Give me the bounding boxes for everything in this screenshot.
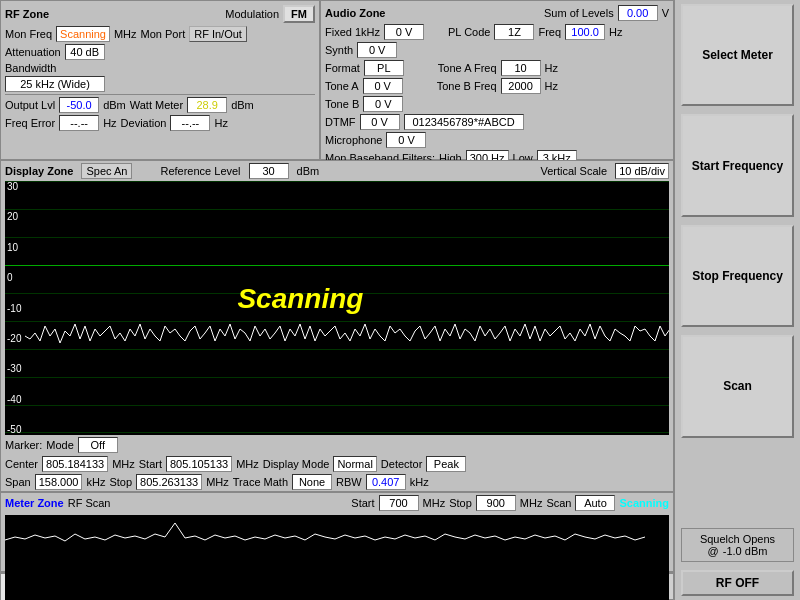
- freq-value: 100.0: [565, 24, 605, 40]
- y-label-10: 10: [7, 242, 21, 253]
- audio-zone-title: Audio Zone: [325, 7, 386, 19]
- start-value[interactable]: 805.105133: [166, 456, 232, 472]
- trace-math-value[interactable]: None: [292, 474, 332, 490]
- span-label: Span: [5, 476, 31, 488]
- mon-freq-value: Scanning: [56, 26, 110, 42]
- trace-math-label: Trace Math: [233, 476, 288, 488]
- detector-label: Detector: [381, 458, 423, 470]
- modulation-fm-button[interactable]: FM: [283, 5, 315, 23]
- freq-hz: Hz: [609, 26, 622, 38]
- y-label-n30: -30: [7, 363, 21, 374]
- pl-code-label: PL Code: [448, 26, 490, 38]
- sum-v-label: V: [662, 7, 669, 19]
- rbw-value[interactable]: 0.407: [366, 474, 406, 490]
- y-label-30: 30: [7, 181, 21, 192]
- dtmf-label: DTMF: [325, 116, 356, 128]
- tone-a-hz: Hz: [545, 62, 558, 74]
- mon-freq-label: Mon Freq: [5, 28, 52, 40]
- watt-meter-value: 28.9: [187, 97, 227, 113]
- hz-label2: Hz: [214, 117, 227, 129]
- attenuation-value: 40 dB: [65, 44, 105, 60]
- rf-inout-button[interactable]: RF In/Out: [189, 26, 247, 42]
- stop-value[interactable]: 805.263133: [136, 474, 202, 490]
- y-label-n20: -20: [7, 333, 21, 344]
- freq-error-label: Freq Error: [5, 117, 55, 129]
- y-label-n10: -10: [7, 303, 21, 314]
- y-label-20: 20: [7, 211, 21, 222]
- span-khz: kHz: [86, 476, 105, 488]
- sum-of-levels-label: Sum of Levels: [544, 7, 614, 19]
- rf-zone-title: RF Zone: [5, 8, 49, 20]
- dbm-label1: dBm: [103, 99, 126, 111]
- meter-start-mhz: MHz: [423, 497, 446, 509]
- ref-level-value[interactable]: 30: [249, 163, 289, 179]
- tone-b-value: 0 V: [363, 96, 403, 112]
- mhz-label: MHz: [114, 28, 137, 40]
- meter-stop-label: Stop: [449, 497, 472, 509]
- ref-level-label: Reference Level: [160, 165, 240, 177]
- y-label-0: 0: [7, 272, 21, 283]
- hz-label1: Hz: [103, 117, 116, 129]
- mode-label: Mode: [46, 439, 74, 451]
- rbw-label: RBW: [336, 476, 362, 488]
- spectrum-graph: [25, 181, 669, 435]
- output-lvl-label: Output Lvl: [5, 99, 55, 111]
- watt-meter-label: Watt Meter: [130, 99, 183, 111]
- vert-scale-value[interactable]: 10 dB/div: [615, 163, 669, 179]
- stop-frequency-button[interactable]: Stop Frequency: [681, 225, 794, 327]
- y-label-n50: -50: [7, 424, 21, 435]
- detector-value[interactable]: Peak: [426, 456, 466, 472]
- sum-of-levels-value: 0.00: [618, 5, 658, 21]
- start-frequency-button[interactable]: Start Frequency: [681, 114, 794, 216]
- center-value[interactable]: 805.184133: [42, 456, 108, 472]
- microphone-label: Microphone: [325, 134, 382, 146]
- dtmf-code: 0123456789*#ABCD: [404, 114, 524, 130]
- mon-port-label: Mon Port: [141, 28, 186, 40]
- meter-start-value[interactable]: 700: [379, 495, 419, 511]
- bandwidth-label: Bandwidth: [5, 62, 56, 74]
- meter-display: [5, 515, 669, 600]
- rf-scan-label: RF Scan: [68, 497, 111, 509]
- start-label: Start: [139, 458, 162, 470]
- format-label: Format: [325, 62, 360, 74]
- rf-off-button[interactable]: RF OFF: [681, 570, 794, 596]
- squelch-box: Squelch Opens @ -1.0 dBm: [681, 528, 794, 562]
- marker-label: Marker:: [5, 439, 42, 451]
- tone-b-freq-value: 2000: [501, 78, 541, 94]
- stop-label: Stop: [109, 476, 132, 488]
- freq-label: Freq: [538, 26, 561, 38]
- attenuation-label: Attenuation: [5, 46, 61, 58]
- output-lvl-value[interactable]: -50.0: [59, 97, 99, 113]
- format-value: PL: [364, 60, 404, 76]
- rbw-khz: kHz: [410, 476, 429, 488]
- fixed-1khz-value: 0 V: [384, 24, 424, 40]
- meter-zone-title: Meter Zone: [5, 497, 64, 509]
- scan-value[interactable]: Auto: [575, 495, 615, 511]
- meter-stop-mhz: MHz: [520, 497, 543, 509]
- select-meter-button[interactable]: Select Meter: [681, 4, 794, 106]
- bandwidth-value: 25 kHz (Wide): [5, 76, 105, 92]
- spec-an-button[interactable]: Spec An: [81, 163, 132, 179]
- scan-button[interactable]: Scan: [681, 335, 794, 437]
- tone-a-label: Tone A: [325, 80, 359, 92]
- ref-dbm-label: dBm: [297, 165, 320, 177]
- tone-a-freq-value: 10: [501, 60, 541, 76]
- y-label-n40: -40: [7, 394, 21, 405]
- tone-b-hz: Hz: [545, 80, 558, 92]
- synth-label: Synth: [325, 44, 353, 56]
- meter-scanning-label: Scanning: [619, 497, 669, 509]
- meter-stop-value[interactable]: 900: [476, 495, 516, 511]
- display-mode-value[interactable]: Normal: [333, 456, 376, 472]
- mode-value[interactable]: Off: [78, 437, 118, 453]
- squelch-value: -1.0 dBm: [723, 545, 768, 557]
- meter-start-label: Start: [351, 497, 374, 509]
- tone-a-value: 0 V: [363, 78, 403, 94]
- microphone-value: 0 V: [386, 132, 426, 148]
- start-mhz: MHz: [236, 458, 259, 470]
- scan-label: Scan: [546, 497, 571, 509]
- deviation-value: --.--: [170, 115, 210, 131]
- vert-scale-label: Vertical Scale: [540, 165, 607, 177]
- span-value[interactable]: 158.000: [35, 474, 83, 490]
- pl-code-value: 1Z: [494, 24, 534, 40]
- tone-b-freq-label: Tone B Freq: [437, 80, 497, 92]
